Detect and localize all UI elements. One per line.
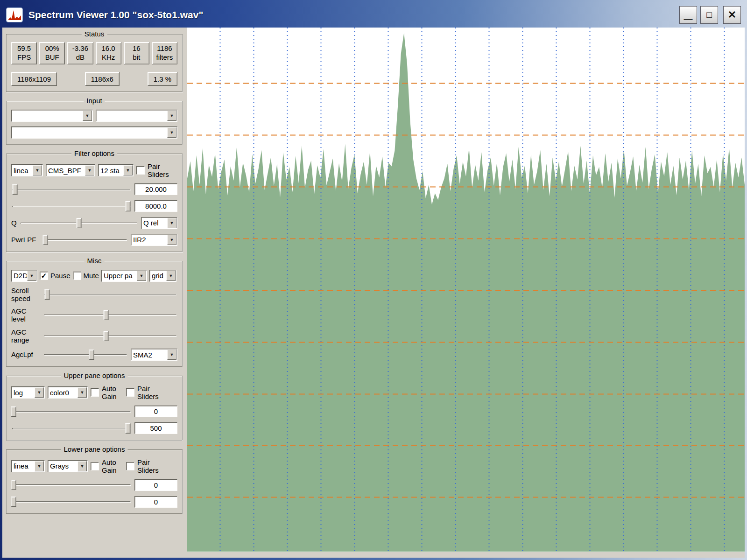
upper-auto-gain-checkbox[interactable] xyxy=(91,388,99,397)
status-row-1: 59.5 FPS 00% BUF -3.36 dB 16.0 KHz xyxy=(11,42,177,64)
slider-thumb[interactable] xyxy=(44,289,49,300)
status-fps-button[interactable]: 59.5 FPS xyxy=(11,42,37,64)
filter-options-group: Filter options linea ▼ CMS_BPF ▼ 12 sta … xyxy=(6,154,183,252)
chevron-down-icon[interactable]: ▼ xyxy=(33,165,42,175)
upper-auto-gain-label: Auto Gain xyxy=(102,385,123,401)
slider-thumb[interactable] xyxy=(126,201,131,211)
filter-type-select[interactable]: CMS_BPF ▼ xyxy=(46,164,95,176)
upper-pair-sliders-checkbox[interactable] xyxy=(126,388,134,397)
chevron-down-icon[interactable]: ▼ xyxy=(167,111,176,121)
upper-scale-select[interactable]: log ▼ xyxy=(11,386,45,399)
upper-palette-select[interactable]: color0 ▼ xyxy=(48,386,88,399)
chevron-down-icon[interactable]: ▼ xyxy=(167,218,176,228)
spectrum-plot[interactable] xyxy=(187,28,745,552)
chevron-down-icon[interactable]: ▼ xyxy=(167,350,176,360)
slider-thumb[interactable] xyxy=(43,235,48,245)
upper-range-high-slider[interactable] xyxy=(11,422,132,434)
pwrlpf-slider[interactable] xyxy=(42,234,128,246)
lower-range-high-slider[interactable] xyxy=(11,496,132,508)
slider-thumb[interactable] xyxy=(126,423,131,434)
status-filters-button[interactable]: 1186 filters xyxy=(152,42,177,64)
slider-thumb[interactable] xyxy=(11,480,16,490)
slider-thumb[interactable] xyxy=(12,184,17,195)
agclpf-slider[interactable] xyxy=(43,349,128,361)
app-icon xyxy=(6,7,23,22)
chevron-down-icon[interactable]: ▼ xyxy=(85,165,94,175)
pause-checkbox[interactable]: ✓ xyxy=(40,272,48,280)
status-fps-value: 59.5 xyxy=(17,44,31,53)
scroll-speed-row: Scroll speed xyxy=(11,287,177,303)
agclpf-row: AgcLpf SMA2 ▼ xyxy=(11,349,177,361)
mute-checkbox[interactable] xyxy=(73,272,81,280)
slider-thumb[interactable] xyxy=(11,406,16,417)
q-slider[interactable] xyxy=(20,217,138,229)
slider-track xyxy=(44,294,176,295)
window-frame: Spectrum Viewer 1.00 "sox-5to1.wav" — □ … xyxy=(0,0,747,560)
maximize-button[interactable]: □ xyxy=(700,6,718,24)
status-bit-button[interactable]: 16 bit xyxy=(124,42,149,64)
input-source-select[interactable]: ▼ xyxy=(96,110,177,122)
upper-range-low-slider[interactable] xyxy=(11,406,132,418)
slider-thumb[interactable] xyxy=(76,218,81,228)
window-content: Status 59.5 FPS 00% BUF -3.36 dB xyxy=(2,28,745,558)
chevron-down-icon[interactable]: ▼ xyxy=(167,127,176,138)
minimize-button[interactable]: — xyxy=(679,6,697,24)
q-mode-select[interactable]: Q rel ▼ xyxy=(141,217,177,229)
chevron-down-icon[interactable]: ▼ xyxy=(83,111,92,121)
filter-stages-select[interactable]: 12 sta ▼ xyxy=(98,164,134,176)
status-group: Status 59.5 FPS 00% BUF -3.36 dB xyxy=(6,34,183,92)
lower-palette-select[interactable]: Grays ▼ xyxy=(48,460,88,472)
freq-low-slider[interactable] xyxy=(11,183,132,196)
pause-label: Pause xyxy=(50,272,70,280)
control-sidebar: Status 59.5 FPS 00% BUF -3.36 dB xyxy=(2,28,186,558)
status-khz-unit: KHz xyxy=(102,53,115,62)
lower-range-low-value[interactable]: 0 xyxy=(134,479,177,491)
agc-range-slider[interactable] xyxy=(43,330,177,342)
filter-scale-value: linea xyxy=(12,167,32,175)
lower-pair-sliders-checkbox[interactable] xyxy=(126,462,134,470)
slider-thumb[interactable] xyxy=(11,497,16,507)
status-khz-button[interactable]: 16.0 KHz xyxy=(96,42,121,64)
scroll-speed-slider[interactable] xyxy=(43,288,177,301)
status-filters-unit: filters xyxy=(156,53,173,62)
close-button[interactable]: ✕ xyxy=(723,6,741,24)
lower-range-high-value[interactable]: 0 xyxy=(134,496,177,508)
misc-grid-select[interactable]: grid ▼ xyxy=(149,270,176,282)
status-grid-size-button[interactable]: 1186x6 xyxy=(85,72,120,86)
lower-auto-gain-checkbox[interactable] xyxy=(91,462,99,470)
chevron-down-icon[interactable]: ▼ xyxy=(35,461,44,471)
lower-scale-select[interactable]: linea ▼ xyxy=(11,460,45,472)
freq-low-value[interactable]: 20.000 xyxy=(134,183,177,195)
agclpf-mode-select[interactable]: SMA2 ▼ xyxy=(131,349,177,361)
lower-range-low-slider[interactable] xyxy=(11,479,132,491)
status-percent-button[interactable]: 1.3 % xyxy=(148,72,177,86)
chevron-down-icon[interactable]: ▼ xyxy=(35,387,44,398)
pwrlpf-mode-select[interactable]: IIR2 ▼ xyxy=(131,234,177,246)
agc-level-slider[interactable] xyxy=(43,309,177,321)
titlebar[interactable]: Spectrum Viewer 1.00 "sox-5to1.wav" — □ … xyxy=(2,2,745,28)
filter-pair-sliders-checkbox[interactable] xyxy=(136,166,145,175)
chevron-down-icon[interactable]: ▼ xyxy=(78,387,87,398)
chevron-down-icon[interactable]: ▼ xyxy=(167,235,176,245)
misc-pane-select[interactable]: Upper pa ▼ xyxy=(101,270,147,282)
freq-high-value[interactable]: 8000.0 xyxy=(134,200,177,212)
filter-scale-select[interactable]: linea ▼ xyxy=(11,164,43,176)
freq-high-slider[interactable] xyxy=(11,200,132,212)
upper-range-high-row: 500 xyxy=(11,422,177,434)
status-size-button[interactable]: 1186x1109 xyxy=(11,72,57,86)
upper-range-low-value[interactable]: 0 xyxy=(134,406,177,417)
chevron-down-icon[interactable]: ▼ xyxy=(123,165,133,175)
chevron-down-icon[interactable]: ▼ xyxy=(27,271,36,281)
slider-thumb[interactable] xyxy=(104,331,109,341)
slider-thumb[interactable] xyxy=(104,310,109,320)
input-file-select[interactable]: ▼ xyxy=(11,126,177,139)
upper-range-high-value[interactable]: 500 xyxy=(134,422,177,434)
slider-thumb[interactable] xyxy=(89,350,94,360)
input-device-select[interactable]: ▼ xyxy=(11,110,93,122)
chevron-down-icon[interactable]: ▼ xyxy=(166,271,176,281)
chevron-down-icon[interactable]: ▼ xyxy=(78,461,87,471)
chevron-down-icon[interactable]: ▼ xyxy=(137,271,146,281)
misc-mode-select[interactable]: D2D ▼ xyxy=(11,270,37,282)
status-buf-button[interactable]: 00% BUF xyxy=(39,42,65,64)
status-db-button[interactable]: -3.36 dB xyxy=(67,42,93,64)
